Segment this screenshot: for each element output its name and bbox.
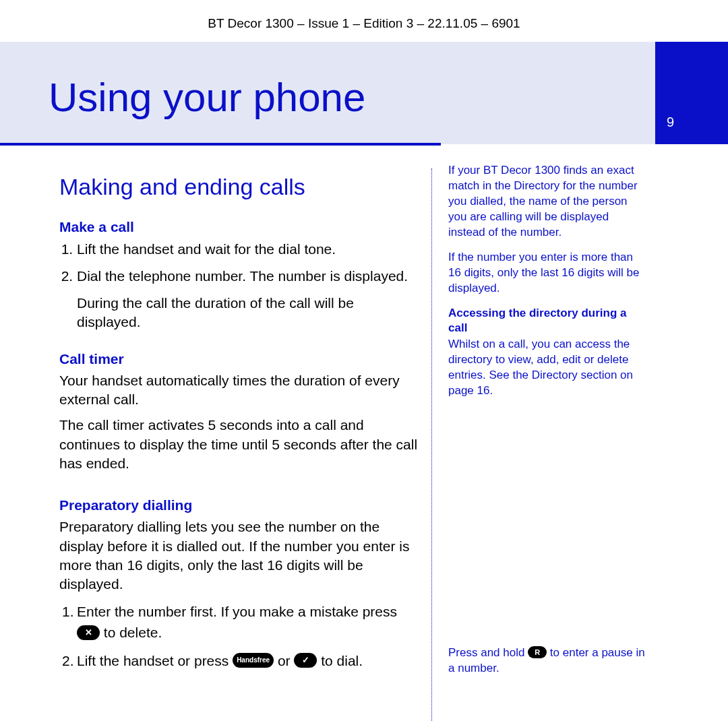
main-column: Making and ending calls Make a call Lift…: [0, 163, 431, 721]
heading-call-timer: Call timer: [59, 351, 418, 367]
prep-dial-step2: 2.Lift the handset or press Handsfree or…: [59, 650, 418, 672]
prep-dial-intro: Preparatory dialling lets you see the nu…: [59, 517, 418, 594]
step2-post: to dial.: [317, 653, 363, 668]
call-timer-p2: The call timer activates 5 seconds into …: [59, 416, 418, 473]
step-number-2: 2.: [62, 650, 77, 672]
step2-pre: Lift the handset or press: [77, 653, 233, 668]
handsfree-button-icon: Handsfree: [233, 653, 274, 668]
sidebar-directory-match: If your BT Decor 1300 finds an exact mat…: [448, 163, 648, 241]
sidebar-pause-tip: Press and hold R to enter a pause in a n…: [448, 645, 648, 676]
heading-make-a-call: Make a call: [59, 219, 418, 235]
delete-button-icon: [77, 625, 100, 640]
heading-prep-dial: Preparatory dialling: [59, 497, 418, 513]
page-number: 9: [667, 115, 674, 130]
sidebar-column: If your BT Decor 1300 finds an exact mat…: [432, 163, 675, 721]
call-timer-p1: Your handset automatically times the dur…: [59, 371, 418, 410]
make-a-call-steps: Lift the handset and wait for the dial t…: [59, 239, 418, 287]
step2-mid: or: [274, 653, 294, 668]
chapter-title: Using your phone: [49, 74, 365, 121]
step-lift-handset: Lift the handset and wait for the dial t…: [77, 239, 418, 259]
step-number-1: 1.: [62, 601, 77, 623]
r-button-icon: R: [528, 646, 547, 658]
check-icon: [302, 656, 309, 665]
section-title: Making and ending calls: [59, 174, 418, 200]
call-duration-note: During the call the duration of the call…: [77, 294, 418, 332]
x-icon: [85, 628, 92, 637]
step-dial-number: Dial the telephone number. The number is…: [77, 266, 418, 286]
dial-confirm-button-icon: [294, 653, 317, 668]
pause-pre: Press and hold: [448, 646, 528, 659]
header-meta: BT Decor 1300 – Issue 1 – Edition 3 – 22…: [0, 0, 728, 42]
header-rule: [0, 143, 441, 146]
sidebar-digit-limit: If the number you enter is more than 16 …: [448, 250, 648, 296]
step1-pre: Enter the number first. If you make a mi…: [77, 604, 397, 619]
sidebar-heading-access-directory: Accessing the directory during a call: [448, 306, 648, 336]
step1-post: to delete.: [100, 625, 162, 640]
prep-dial-step1: 1.Enter the number first. If you make a …: [59, 601, 418, 643]
columns: Making and ending calls Make a call Lift…: [0, 163, 728, 721]
sidebar-directory-access: Whilst on a call, you can access the dir…: [448, 337, 648, 399]
